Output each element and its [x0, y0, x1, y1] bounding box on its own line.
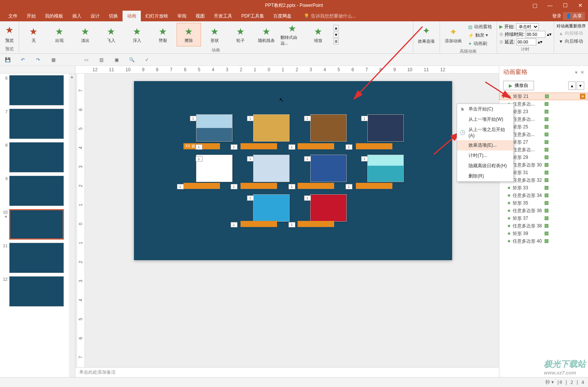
- animation-轮子[interactable]: ★轮子: [228, 23, 253, 46]
- animation-tag[interactable]: 1: [247, 156, 254, 162]
- gallery-up-icon[interactable]: ▴: [333, 25, 339, 31]
- anim-list-item[interactable]: ★任意多边形 36: [499, 207, 588, 214]
- context-menu-item[interactable]: 效果选项(E)...: [457, 140, 513, 150]
- animation-tag[interactable]: 1: [288, 184, 295, 189]
- tell-me-search[interactable]: 💡告诉我您想要做什么...: [304, 13, 356, 19]
- animation-tag[interactable]: 1: [361, 116, 368, 121]
- animation-painter-button[interactable]: ✦动画刷: [466, 40, 494, 48]
- menu-design[interactable]: 设计: [86, 11, 104, 21]
- animation-出现[interactable]: ★出现: [47, 23, 72, 46]
- anim-list-item[interactable]: ★矩形 35: [499, 199, 588, 207]
- animation-tag[interactable]: 1: [196, 156, 202, 162]
- anim-list-item[interactable]: ★矩形 33: [499, 184, 588, 192]
- anim-list-item[interactable]: ★矩形 37: [499, 214, 588, 222]
- slide-thumb-11[interactable]: 11: [0, 241, 75, 275]
- seconds-label[interactable]: 秒 ▾: [545, 379, 553, 385]
- qat-icon-3[interactable]: ▣: [112, 55, 121, 64]
- context-menu-item[interactable]: 从上一项开始(W): [457, 114, 513, 125]
- context-menu-item[interactable]: 🖱单击开始(C): [457, 104, 513, 114]
- menu-insert[interactable]: 插入: [68, 11, 86, 21]
- redo-icon[interactable]: ↷: [33, 55, 43, 64]
- animation-tag[interactable]: 1: [231, 144, 237, 150]
- animation-tag[interactable]: 1: [346, 184, 352, 189]
- qat-icon-2[interactable]: ▥: [97, 55, 106, 64]
- animation-缩放[interactable]: ★缩放: [306, 23, 330, 46]
- ribbon-display-icon[interactable]: ▢: [527, 0, 542, 11]
- qat-icon-4[interactable]: 🔍: [127, 55, 136, 64]
- animation-擦除[interactable]: ★擦除: [177, 23, 201, 46]
- start-select[interactable]: 单击时: [516, 23, 539, 30]
- animation-tag[interactable]: 1: [304, 116, 311, 121]
- scrollbar[interactable]: ▴: [69, 74, 75, 377]
- menu-home[interactable]: 开始: [22, 11, 40, 21]
- animation-tag[interactable]: 1: [196, 144, 202, 150]
- animation-tag[interactable]: 1: [288, 144, 295, 150]
- menu-view[interactable]: 视图: [191, 11, 209, 21]
- move-down-icon[interactable]: ▾: [577, 82, 584, 90]
- dropdown-icon[interactable]: ▾: [580, 94, 585, 99]
- add-animation-icon[interactable]: ✦: [448, 27, 459, 37]
- animation-tag[interactable]: 1: [304, 195, 311, 201]
- save-icon[interactable]: 💾: [3, 55, 12, 64]
- duration-input[interactable]: [526, 31, 545, 38]
- slide-canvas[interactable]: XX 摄 11111111111111111111: [134, 81, 452, 260]
- minimize-icon[interactable]: —: [542, 0, 558, 11]
- trigger-button[interactable]: ⚡触发 ▾: [466, 31, 494, 39]
- animation-tag[interactable]: 1: [361, 156, 368, 162]
- qat-icon-5[interactable]: ✓: [142, 55, 151, 64]
- animation-tag[interactable]: 1: [190, 116, 197, 121]
- animation-tag[interactable]: 1: [177, 184, 184, 189]
- menu-pdf[interactable]: PDF工具集: [237, 11, 269, 21]
- animation-tag[interactable]: 1: [247, 195, 254, 201]
- context-menu-item[interactable]: 计时(T)...: [457, 150, 513, 161]
- delay-input[interactable]: [516, 38, 536, 45]
- animation-tag[interactable]: 1: [288, 222, 295, 227]
- gallery-down-icon[interactable]: ▾: [333, 32, 339, 38]
- context-menu-item[interactable]: 🕒从上一项之后开始(A): [457, 125, 513, 140]
- undo-icon[interactable]: ↶: [18, 55, 27, 64]
- share-button[interactable]: 👤 共享: [563, 12, 585, 20]
- slide-thumbnail-panel[interactable]: 678910★1112 ▴: [0, 66, 75, 377]
- gallery-more-icon[interactable]: ≡: [333, 38, 339, 45]
- menu-animations[interactable]: 动画: [123, 11, 141, 21]
- login-link[interactable]: 登录: [552, 13, 561, 19]
- pane-close-icon[interactable]: ✕: [580, 70, 584, 75]
- animation-tag[interactable]: 1: [247, 116, 254, 121]
- animation-tag[interactable]: 1: [304, 156, 311, 162]
- animation-劈裂[interactable]: ★劈裂: [151, 23, 175, 46]
- anim-list-item[interactable]: ★任意多边形 40: [499, 237, 588, 245]
- animation-tag[interactable]: 1: [346, 144, 352, 150]
- start-from-beginning-icon[interactable]: ▦: [49, 55, 58, 64]
- menu-transitions[interactable]: 切换: [104, 11, 123, 21]
- menu-developer[interactable]: 开发工具: [209, 11, 237, 21]
- animation-浮入[interactable]: ★浮入: [125, 23, 149, 46]
- qat-icon-1[interactable]: ▭: [81, 55, 91, 64]
- notes-input[interactable]: 单击此处添加备注: [75, 367, 499, 377]
- animation-形状[interactable]: ★形状: [202, 23, 227, 46]
- animation-tag[interactable]: 1: [231, 184, 237, 189]
- animation-pane-button[interactable]: ▤动画窗格: [466, 23, 494, 31]
- close-icon[interactable]: ✕: [573, 0, 588, 11]
- animation-淡出[interactable]: ★淡出: [73, 23, 97, 46]
- menu-baidu[interactable]: 百度网盘: [269, 11, 296, 21]
- play-from-button[interactable]: ▶播放自: [503, 81, 534, 90]
- menu-slideshow[interactable]: 幻灯片放映: [141, 11, 173, 21]
- slide-thumb-12[interactable]: 12: [0, 275, 75, 308]
- move-backward-button[interactable]: ▼向后移动: [556, 37, 585, 45]
- menu-templates[interactable]: 我的模板: [40, 11, 68, 21]
- context-menu-item[interactable]: 隐藏高级日程表(H): [457, 161, 513, 171]
- slide-thumb-8[interactable]: 8: [0, 141, 75, 174]
- slide-thumb-9[interactable]: 9: [0, 174, 75, 208]
- effect-options-icon[interactable]: ✦: [421, 26, 432, 36]
- slide-thumb-6[interactable]: 6: [0, 74, 75, 107]
- preview-icon[interactable]: ★: [4, 25, 15, 35]
- slide-thumb-7[interactable]: 7: [0, 107, 75, 141]
- animation-飞入[interactable]: ★飞入: [99, 23, 123, 46]
- anim-list-item[interactable]: ★任意多边形 34: [499, 192, 588, 199]
- animation-随机线条[interactable]: ★随机线条: [254, 23, 279, 46]
- anim-list-item[interactable]: ★任意多边形 38: [499, 222, 588, 230]
- context-menu-item[interactable]: 删除(R): [457, 171, 513, 181]
- menu-file[interactable]: 文件: [4, 11, 22, 21]
- move-forward-button[interactable]: ▲向前移动: [556, 29, 585, 37]
- animation-无[interactable]: ★无: [21, 23, 46, 46]
